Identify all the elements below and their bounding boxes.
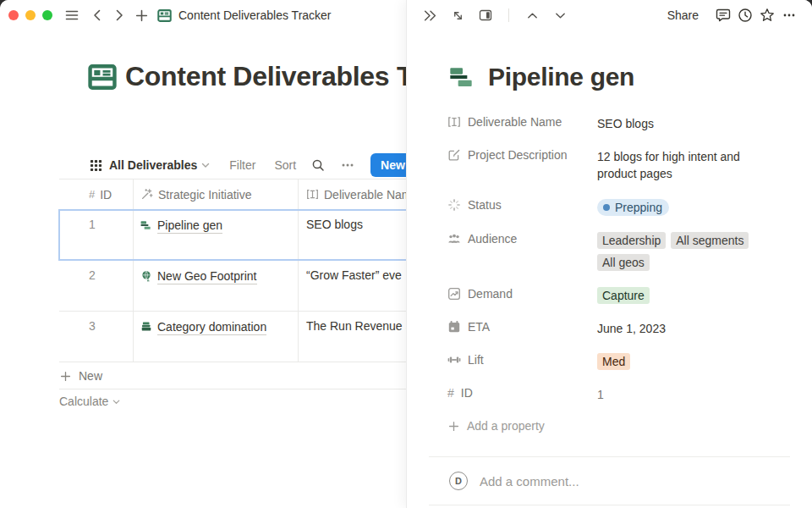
- view-name[interactable]: All Deliverables: [109, 158, 197, 172]
- audience-tag[interactable]: All segments: [671, 232, 749, 249]
- forward-icon[interactable]: [108, 4, 130, 26]
- lift-tag[interactable]: Med: [597, 353, 630, 370]
- more-options-icon[interactable]: [340, 157, 355, 173]
- property-value[interactable]: Leadership All segments All geos: [597, 225, 790, 278]
- zoom-window-button[interactable]: [42, 10, 52, 20]
- updates-clock-icon[interactable]: [734, 4, 756, 26]
- property-label[interactable]: Deliverable Name: [447, 108, 597, 135]
- add-property-button[interactable]: Add a property: [447, 412, 790, 439]
- plus-icon: [59, 370, 72, 383]
- close-window-button[interactable]: [8, 10, 19, 20]
- title-property-icon: [306, 188, 319, 201]
- user-avatar: D: [449, 472, 468, 490]
- previous-record-icon[interactable]: [521, 4, 543, 26]
- new-tab-icon[interactable]: [130, 4, 152, 26]
- property-label[interactable]: Lift: [447, 346, 597, 373]
- cell-strategic-initiative[interactable]: Category domination: [134, 312, 299, 362]
- minimize-window-button[interactable]: [25, 10, 36, 20]
- edit-text-icon: [447, 148, 461, 162]
- property-row-status: Status Prepping: [447, 191, 790, 223]
- record-header: Pipeline gen: [449, 63, 634, 91]
- page-more-options-icon[interactable]: [778, 4, 800, 26]
- property-value[interactable]: June 1, 2023: [597, 313, 790, 344]
- filter-button[interactable]: Filter: [229, 158, 255, 172]
- cell-strategic-initiative[interactable]: Pipeline gen: [134, 210, 299, 260]
- property-row-id: # ID 1: [447, 379, 790, 410]
- database-toolbar: All Deliverables Filter Sort New: [90, 152, 438, 178]
- pipeline-bars-icon[interactable]: [449, 64, 476, 91]
- property-label[interactable]: # ID: [447, 379, 597, 406]
- calculate-chevron-down-icon: [112, 397, 121, 406]
- page-link[interactable]: Pipeline gen: [157, 218, 222, 234]
- comment-composer[interactable]: D Add a comment...: [449, 472, 790, 490]
- audience-tag[interactable]: All geos: [597, 254, 650, 271]
- plus-icon: [447, 420, 460, 433]
- breadcrumb[interactable]: Content Deliverables Tracker: [157, 8, 332, 23]
- property-value[interactable]: 12 blogs for high intent and product pag…: [597, 141, 790, 189]
- calendar-icon: [447, 320, 461, 334]
- property-list: Deliverable Name SEO blogs Project Descr…: [447, 108, 790, 439]
- side-peek-mode-icon[interactable]: [475, 4, 497, 26]
- property-row-project-description: Project Description 12 blogs for high in…: [447, 141, 790, 189]
- property-value[interactable]: Med: [597, 346, 790, 377]
- property-label[interactable]: Project Description: [447, 141, 597, 168]
- people-icon: [447, 232, 461, 246]
- page-link[interactable]: Category domination: [157, 319, 266, 335]
- demand-tag[interactable]: Capture: [597, 287, 650, 304]
- close-peek-double-chevron-icon[interactable]: [419, 4, 441, 26]
- column-header-strategic-initiative[interactable]: Strategic Initiative: [134, 179, 299, 209]
- record-title[interactable]: Pipeline gen: [488, 63, 634, 91]
- property-value[interactable]: Prepping: [597, 191, 790, 223]
- database-page-icon[interactable]: [88, 63, 117, 91]
- property-row-demand: Demand Capture: [447, 280, 790, 311]
- database-doc-icon: [157, 8, 172, 23]
- panel-topbar: Share: [407, 0, 812, 30]
- view-chevron-down-icon[interactable]: [200, 160, 211, 170]
- back-icon[interactable]: [86, 4, 108, 26]
- property-row-lift: Lift Med: [447, 346, 790, 377]
- page-link[interactable]: New Geo Footprint: [157, 268, 257, 284]
- property-label[interactable]: Status: [447, 191, 597, 218]
- audience-tag[interactable]: Leadership: [597, 232, 666, 249]
- pipeline-bars-icon: [140, 218, 152, 231]
- sort-button[interactable]: Sort: [274, 158, 296, 172]
- globe-icon: [140, 268, 152, 282]
- table-view-icon[interactable]: [90, 159, 102, 172]
- property-row-audience: Audience Leadership All segments All geo…: [447, 225, 790, 278]
- cell-id: 3: [59, 312, 134, 362]
- sidebar-menu-icon[interactable]: [61, 4, 83, 26]
- status-spinner-icon: [447, 198, 461, 212]
- trend-chart-icon: [447, 287, 461, 301]
- share-button[interactable]: Share: [667, 8, 699, 22]
- property-label[interactable]: Demand: [447, 280, 597, 307]
- cell-id: 2: [59, 261, 134, 311]
- comments-icon[interactable]: [712, 4, 734, 26]
- property-row-deliverable-name: Deliverable Name SEO blogs: [447, 108, 790, 139]
- titlebar: Content Deliverables Tracker: [0, 0, 406, 30]
- property-label[interactable]: ETA: [447, 313, 597, 340]
- property-value[interactable]: Capture: [597, 280, 790, 311]
- cell-strategic-initiative[interactable]: New Geo Footprint: [134, 261, 299, 311]
- expand-full-page-icon[interactable]: [447, 4, 469, 26]
- comment-bottom-divider: [429, 505, 790, 505]
- property-label[interactable]: Audience: [447, 225, 597, 252]
- column-header-id[interactable]: # ID: [59, 179, 134, 209]
- title-property-icon: [447, 115, 461, 129]
- property-value[interactable]: 1: [597, 379, 790, 410]
- next-record-icon[interactable]: [549, 4, 571, 26]
- favorite-star-icon[interactable]: [756, 4, 778, 26]
- sparkle-wand-icon: [140, 188, 153, 201]
- hash-icon: #: [89, 188, 95, 201]
- comment-input-placeholder[interactable]: Add a comment...: [480, 474, 579, 489]
- app-window: Content Deliverables Tracker Content Del…: [0, 0, 812, 508]
- window-controls: [8, 10, 52, 20]
- status-dot: [603, 204, 610, 211]
- calculate-button[interactable]: Calculate: [59, 395, 121, 408]
- status-pill[interactable]: Prepping: [597, 199, 669, 216]
- property-value[interactable]: SEO blogs: [597, 108, 790, 139]
- hash-icon: #: [447, 386, 454, 400]
- search-icon[interactable]: [311, 158, 325, 172]
- dumbbell-icon: [447, 353, 461, 367]
- side-peek-panel: Share Pipeline gen: [406, 0, 812, 508]
- property-row-eta: ETA June 1, 2023: [447, 313, 790, 344]
